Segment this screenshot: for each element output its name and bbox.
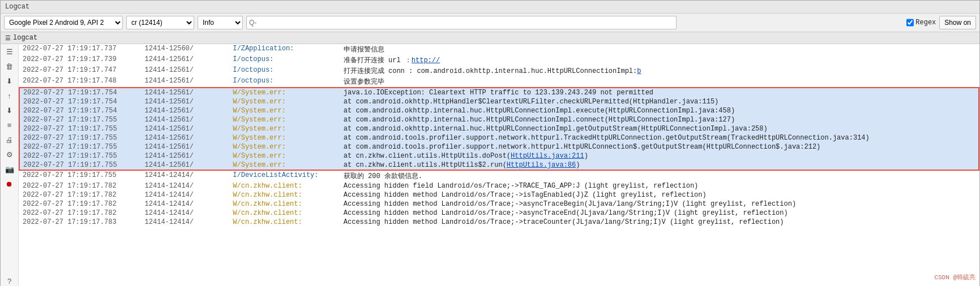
scroll-icon[interactable]: ⬇ [3, 104, 16, 116]
log-tag: I/DeviceListActivity: [229, 170, 340, 181]
log-pid: 12414-12561/ [142, 66, 230, 76]
log-pid: 12414-12561/ [142, 151, 230, 161]
log-message: 打开连接完成 conn : com.android.okhttp.interna… [340, 66, 979, 76]
export-icon[interactable]: ↑ [3, 89, 16, 102]
table-row[interactable]: 2022-07-27 17:19:17.75512414-12561/W/Sys… [19, 142, 979, 151]
table-row[interactable]: 2022-07-27 17:19:17.75512414-12561/W/Sys… [19, 161, 979, 170]
log-tag: W/System.err: [229, 151, 340, 161]
log-message: at cn.zkhw.client.utils.HttpUtils$2.run(… [340, 161, 979, 170]
log-tag: I/ZApplication: [229, 44, 340, 55]
log-link[interactable]: HttpUtils.java:86 [507, 161, 576, 169]
log-date: 2022-07-27 17:19:17.748 [19, 76, 142, 88]
device-select[interactable]: Google Pixel 2 Android 9, API 2 [4, 16, 123, 29]
log-tag: I/octopus: [229, 55, 340, 66]
watermark: CSDN @韩硫亮 [934, 273, 975, 281]
regex-checkbox[interactable] [906, 16, 914, 29]
log-link[interactable]: HttpUtils.java:211 [511, 152, 584, 160]
log-tag: W/System.err: [229, 106, 340, 115]
log-link[interactable]: b [637, 67, 641, 75]
log-tag: W/System.err: [229, 88, 340, 97]
search-input[interactable] [246, 16, 677, 29]
table-row[interactable]: 2022-07-27 17:19:17.78212414-12414/W/cn.… [19, 200, 979, 209]
log-message: Accessing hidden method Landroid/os/Trac… [340, 190, 979, 200]
table-row[interactable]: 2022-07-27 17:19:17.73912414-12561/I/oct… [19, 55, 979, 66]
log-message: 设置参数完毕 [340, 76, 979, 88]
level-select[interactable]: Info [198, 16, 243, 29]
regex-checkbox-label[interactable]: Regex [906, 16, 936, 29]
log-message: Accessing hidden field Landroid/os/Trace… [340, 181, 979, 190]
log-table-container[interactable]: 2022-07-27 17:19:17.73712414-12560/I/ZAp… [19, 44, 979, 286]
help-icon[interactable]: ? [3, 275, 16, 286]
log-date: 2022-07-27 17:19:17.782 [19, 190, 142, 200]
logcat-window: Logcat Google Pixel 2 Android 9, API 2 c… [0, 0, 980, 286]
settings-icon[interactable]: ⚙ [3, 148, 16, 161]
log-link[interactable]: http:// [412, 57, 440, 64]
table-row[interactable]: 2022-07-27 17:19:17.75512414-12561/W/Sys… [19, 124, 979, 133]
table-row[interactable]: 2022-07-27 17:19:17.74812414-12561/I/oct… [19, 76, 979, 88]
log-message: java.io.IOException: Cleartext HTTP traf… [340, 88, 979, 97]
log-tag: W/cn.zkhw.client: [229, 200, 340, 209]
log-tag: W/System.err: [229, 161, 340, 170]
table-row[interactable]: 2022-07-27 17:19:17.78212414-12414/W/cn.… [19, 181, 979, 190]
log-pid: 12414-12561/ [142, 97, 230, 106]
log-date: 2022-07-27 17:19:17.755 [19, 151, 142, 161]
log-pid: 12414-12561/ [142, 55, 230, 66]
pid-select[interactable]: cr (12414) [126, 16, 194, 29]
log-tag: W/System.err: [229, 124, 340, 133]
title-bar: Logcat [1, 1, 979, 14]
table-row[interactable]: 2022-07-27 17:19:17.75412414-12561/W/Sys… [19, 97, 979, 106]
log-tag: I/octopus: [229, 76, 340, 88]
show-on-button[interactable]: Show on [939, 16, 976, 29]
log-pid: 12414-12414/ [142, 190, 230, 200]
print-icon[interactable]: 🖨 [3, 133, 16, 146]
table-row[interactable]: 2022-07-27 17:19:17.75512414-12561/W/Sys… [19, 115, 979, 124]
log-tag: I/octopus: [229, 66, 340, 76]
record-icon[interactable]: ⏺ [3, 177, 16, 190]
log-pid: 12414-12414/ [142, 200, 230, 209]
log-date: 2022-07-27 17:19:17.782 [19, 209, 142, 218]
table-row[interactable]: 2022-07-27 17:19:17.75412414-12561/W/Sys… [19, 106, 979, 115]
table-row[interactable]: 2022-07-27 17:19:17.78212414-12414/W/cn.… [19, 190, 979, 200]
table-row[interactable]: 2022-07-27 17:19:17.75512414-12414/I/Dev… [19, 170, 979, 181]
table-row[interactable]: 2022-07-27 17:19:17.75512414-12561/W/Sys… [19, 151, 979, 161]
import-icon[interactable]: ⬇ [3, 75, 16, 87]
log-date: 2022-07-27 17:19:17.783 [19, 218, 142, 227]
logcat-panel: ☰ logcat ☰ 🗑 ⬇ ↑ ⬇ ≡ 🖨 ⚙ 📷 ⏺ ? 2022-07 [1, 32, 979, 286]
log-tag: W/cn.zkhw.client: [229, 181, 340, 190]
log-pid: 12414-12561/ [142, 161, 230, 170]
wrap-icon[interactable]: ≡ [3, 119, 16, 131]
filter-icon[interactable]: ☰ [3, 45, 16, 58]
log-date: 2022-07-27 17:19:17.782 [19, 200, 142, 209]
log-pid: 12414-12561/ [142, 133, 230, 142]
log-table: 2022-07-27 17:19:17.73712414-12560/I/ZAp… [19, 44, 979, 227]
table-row[interactable]: 2022-07-27 17:19:17.78212414-12414/W/cn.… [19, 209, 979, 218]
log-message: Accessing hidden method Landroid/os/Trac… [340, 200, 979, 209]
log-sidebar: ☰ 🗑 ⬇ ↑ ⬇ ≡ 🖨 ⚙ 📷 ⏺ ? [1, 44, 19, 286]
log-message: at com.android.okhttp.internal.huc.HttpU… [340, 115, 979, 124]
log-date: 2022-07-27 17:19:17.782 [19, 181, 142, 190]
log-pid: 12414-12414/ [142, 209, 230, 218]
log-pid: 12414-12561/ [142, 88, 230, 97]
delete-icon[interactable]: 🗑 [3, 60, 16, 72]
log-pid: 12414-12561/ [142, 124, 230, 133]
log-date: 2022-07-27 17:19:17.755 [19, 142, 142, 151]
log-date: 2022-07-27 17:19:17.754 [19, 106, 142, 115]
log-message: Accessing hidden method Landroid/os/Trac… [340, 209, 979, 218]
log-tag: W/System.err: [229, 133, 340, 142]
table-row[interactable]: 2022-07-27 17:19:17.75512414-12561/W/Sys… [19, 133, 979, 142]
log-tag: W/cn.zkhw.client: [229, 218, 340, 227]
log-tag: W/System.err: [229, 115, 340, 124]
log-date: 2022-07-27 17:19:17.755 [19, 170, 142, 181]
camera-icon[interactable]: 📷 [3, 163, 16, 175]
table-row[interactable]: 2022-07-27 17:19:17.73712414-12560/I/ZAp… [19, 44, 979, 55]
toolbar: Google Pixel 2 Android 9, API 2 cr (1241… [1, 14, 979, 32]
log-date: 2022-07-27 17:19:17.754 [19, 97, 142, 106]
log-tag: W/System.err: [229, 97, 340, 106]
table-row[interactable]: 2022-07-27 17:19:17.75412414-12561/W/Sys… [19, 88, 979, 97]
log-date: 2022-07-27 17:19:17.755 [19, 124, 142, 133]
log-pid: 12414-12560/ [142, 44, 230, 55]
log-date: 2022-07-27 17:19:17.739 [19, 55, 142, 66]
log-pid: 12414-12561/ [142, 115, 230, 124]
table-row[interactable]: 2022-07-27 17:19:17.74712414-12561/I/oct… [19, 66, 979, 76]
table-row[interactable]: 2022-07-27 17:19:17.78312414-12414/W/cn.… [19, 218, 979, 227]
